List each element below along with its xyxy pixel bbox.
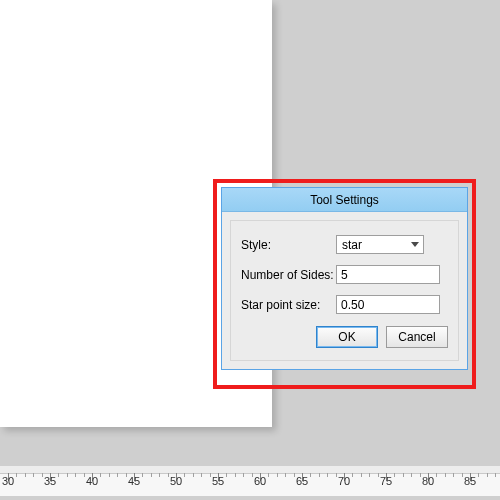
point-size-label: Star point size: <box>241 298 336 312</box>
style-label: Style: <box>241 238 336 252</box>
point-size-input[interactable] <box>336 295 440 314</box>
ruler-label: 65 <box>296 475 308 487</box>
ruler-label: 70 <box>338 475 350 487</box>
ruler-label: 50 <box>170 475 182 487</box>
ruler-label: 45 <box>128 475 140 487</box>
sides-label: Number of Sides: <box>241 268 336 282</box>
ruler-label: 75 <box>380 475 392 487</box>
ruler-label: 40 <box>86 475 98 487</box>
horizontal-ruler: 303540455055606570758085 <box>0 466 500 496</box>
ok-button[interactable]: OK <box>316 326 378 348</box>
tool-settings-dialog: Tool Settings Style: star Number of Side… <box>221 187 468 370</box>
dialog-title: Tool Settings <box>222 188 467 212</box>
cancel-button[interactable]: Cancel <box>386 326 448 348</box>
ruler-label: 30 <box>2 475 14 487</box>
ruler-label: 85 <box>464 475 476 487</box>
style-select-value: star <box>337 238 406 252</box>
style-select[interactable]: star <box>336 235 424 254</box>
ruler-label: 55 <box>212 475 224 487</box>
sides-input[interactable] <box>336 265 440 284</box>
ruler-label: 35 <box>44 475 56 487</box>
settings-group: Style: star Number of Sides: Star point … <box>230 220 459 361</box>
ruler-label: 60 <box>254 475 266 487</box>
ruler-label: 80 <box>422 475 434 487</box>
chevron-down-icon <box>406 236 423 253</box>
